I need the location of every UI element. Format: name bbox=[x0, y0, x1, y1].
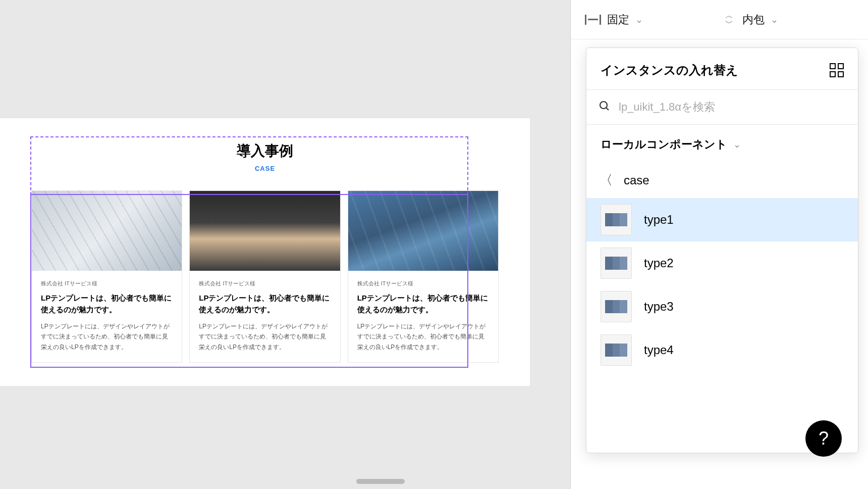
bottom-drag-handle[interactable] bbox=[356, 479, 405, 484]
variant-option-type3[interactable]: type3 bbox=[586, 285, 858, 328]
variant-label: type1 bbox=[644, 213, 674, 227]
variant-option-type4[interactable]: type4 bbox=[586, 328, 858, 372]
help-icon: ? bbox=[819, 428, 829, 449]
variant-thumbnail bbox=[601, 291, 632, 322]
variant-thumbnail bbox=[601, 204, 632, 235]
svg-line-1 bbox=[606, 108, 609, 110]
scope-label: ローカルコンポーネント bbox=[601, 137, 727, 152]
parent-component-name: case bbox=[624, 173, 649, 187]
search-icon bbox=[599, 100, 611, 114]
canvas-area[interactable]: 導入事例 CASE 株式会社 ITサービス様 LPテンプレートは、初心者でも簡単… bbox=[0, 0, 570, 489]
horizontal-constraint-label: 固定 bbox=[607, 12, 629, 27]
swap-search-row bbox=[586, 90, 858, 125]
variant-label: type2 bbox=[644, 256, 674, 270]
chevron-down-icon: ⌄ bbox=[635, 14, 643, 25]
chevron-left-icon: 〈 bbox=[600, 171, 613, 189]
variant-label: type3 bbox=[644, 300, 674, 314]
variant-option-type1[interactable]: type1 bbox=[586, 198, 858, 241]
horizontal-constraint-dropdown[interactable]: 固定 ⌄ bbox=[585, 12, 715, 27]
chevron-down-icon: ⌄ bbox=[771, 14, 778, 25]
selection-outline-solid bbox=[30, 194, 468, 368]
horizontal-constraint-icon bbox=[585, 15, 601, 25]
vertical-constraint-label: 内包 bbox=[742, 12, 765, 27]
instance-swap-panel: インスタンスの入れ替え ローカルコンポーネント ⌄ 〈 case type1 t… bbox=[586, 47, 858, 453]
vertical-constraint-dropdown[interactable]: 内包 ⌄ bbox=[724, 12, 854, 27]
vertical-constraint-icon bbox=[724, 13, 734, 27]
grid-view-icon[interactable] bbox=[830, 63, 844, 77]
variant-label: type4 bbox=[644, 343, 674, 357]
component-back-button[interactable]: 〈 case bbox=[586, 164, 858, 198]
svg-point-0 bbox=[600, 102, 607, 109]
swap-panel-title: インスタンスの入れ替え bbox=[601, 62, 738, 78]
help-button[interactable]: ? bbox=[805, 420, 842, 457]
inspector-panel: 固定 ⌄ 内包 ⌄ インスタンスの入れ替え ローカルコンポーネント ⌄ 〈 ca… bbox=[570, 0, 868, 489]
component-search-input[interactable] bbox=[619, 101, 846, 114]
variant-option-type2[interactable]: type2 bbox=[586, 241, 858, 285]
constraints-row: 固定 ⌄ 内包 ⌄ bbox=[571, 0, 868, 39]
variant-thumbnail bbox=[601, 248, 632, 279]
chevron-down-icon: ⌄ bbox=[733, 139, 741, 150]
component-scope-dropdown[interactable]: ローカルコンポーネント ⌄ bbox=[586, 125, 858, 164]
variant-thumbnail bbox=[601, 334, 632, 366]
variant-list: type1 type2 type3 type4 bbox=[586, 198, 858, 453]
